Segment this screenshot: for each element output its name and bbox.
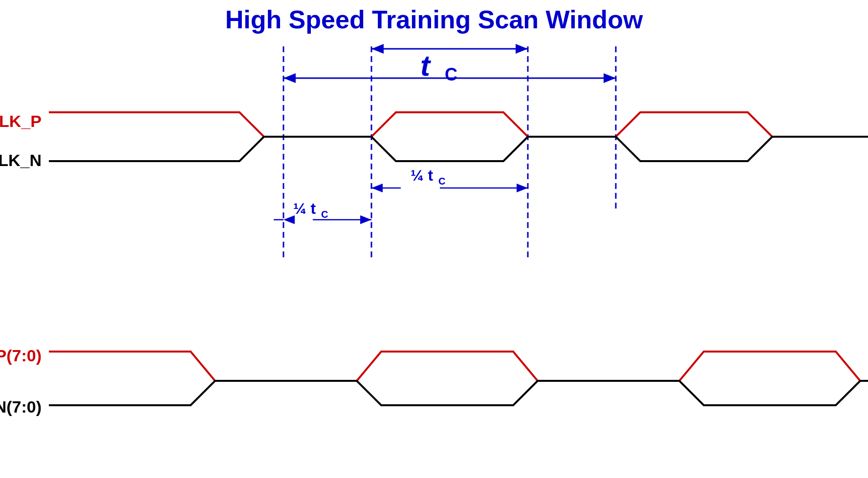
svg-marker-17 — [371, 184, 383, 192]
svg-marker-6 — [516, 44, 528, 54]
svg-marker-5 — [371, 44, 384, 54]
svg-marker-8 — [283, 73, 296, 83]
svg-text:¼ t: ¼ t — [293, 200, 316, 217]
svg-marker-9 — [604, 73, 616, 83]
svg-marker-21 — [360, 215, 371, 224]
svg-text:DCLK_N: DCLK_N — [0, 151, 42, 169]
svg-text:t: t — [420, 49, 432, 82]
svg-text:DCLK_P: DCLK_P — [0, 112, 42, 130]
svg-text:C: C — [445, 64, 457, 84]
svg-text:D_N(7:0): D_N(7:0) — [0, 397, 42, 416]
svg-marker-15 — [517, 184, 528, 192]
svg-text:¼ t: ¼ t — [411, 166, 434, 184]
svg-text:C: C — [321, 209, 328, 220]
svg-text:C: C — [438, 176, 445, 187]
diagram-title: High Speed Training Scan Window — [225, 5, 643, 34]
diagram-container: High Speed Training Scan Window t C DCLK… — [0, 0, 868, 478]
svg-text:D_P(7:0): D_P(7:0) — [0, 346, 42, 365]
